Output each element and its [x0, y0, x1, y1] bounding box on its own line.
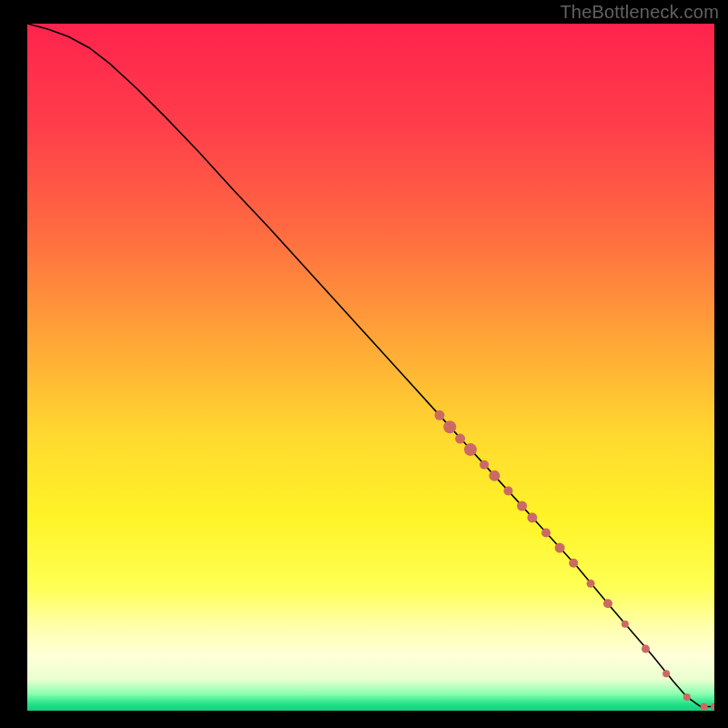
- scatter-dot: [701, 703, 708, 710]
- scatter-dot: [622, 621, 629, 628]
- chart-svg: [27, 24, 714, 711]
- scatter-dot: [435, 410, 445, 420]
- scatter-dot: [504, 486, 513, 495]
- scatter-dot: [480, 460, 489, 470]
- scatter-dot: [683, 693, 691, 701]
- scatter-dot: [642, 645, 650, 653]
- attribution-text: TheBottleneck.com: [560, 2, 719, 23]
- plot-area: [27, 24, 714, 711]
- chart-stage: TheBottleneck.com: [0, 0, 728, 728]
- scatter-dot: [517, 501, 527, 511]
- scatter-dot: [443, 420, 456, 433]
- scatter-dot: [464, 443, 477, 456]
- scatter-dot: [489, 470, 500, 481]
- scatter-dot: [569, 559, 578, 568]
- scatter-dot: [587, 580, 595, 588]
- scatter-dot: [603, 599, 612, 608]
- scatter-dot: [541, 528, 551, 537]
- scatter-dot: [662, 670, 670, 677]
- scatter-dot: [555, 543, 565, 553]
- scatter-dot: [527, 512, 537, 522]
- scatter-dot: [455, 434, 465, 444]
